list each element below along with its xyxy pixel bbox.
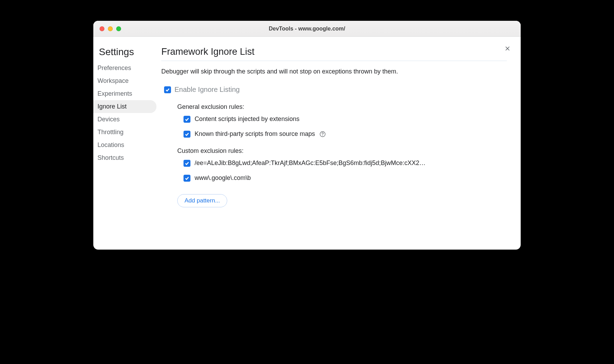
custom-rule-checkbox-1[interactable] xyxy=(184,175,190,182)
general-rule-row: Content scripts injected by extensions xyxy=(184,115,507,123)
check-icon xyxy=(165,87,170,92)
check-icon xyxy=(185,176,189,181)
general-rule-label: Content scripts injected by extensions xyxy=(195,115,299,123)
page-title: Framework Ignore List xyxy=(161,46,507,61)
svg-point-1 xyxy=(322,135,323,136)
help-icon[interactable] xyxy=(319,131,326,138)
devtools-settings-window: DevTools - www.google.com/ Settings Pref… xyxy=(93,21,521,250)
traffic-lights xyxy=(100,26,121,31)
general-rule-label: Known third-party scripts from source ma… xyxy=(195,130,315,138)
sidebar-item-workspace[interactable]: Workspace xyxy=(93,75,156,87)
close-icon xyxy=(504,45,511,52)
custom-rule-label: /ee=ALeJib:B8gLwd;AfeaP:TkrAjf;BMxAGc:E5… xyxy=(195,159,426,167)
general-section-title: General exclusion rules: xyxy=(177,103,507,111)
settings-content: Settings PreferencesWorkspaceExperiments… xyxy=(93,37,521,250)
page-description: Debugger will skip through the scripts a… xyxy=(161,68,507,75)
sidebar-item-ignore-list[interactable]: Ignore List xyxy=(93,100,156,113)
enable-ignore-listing-label: Enable Ignore Listing xyxy=(174,86,240,94)
enable-ignore-listing-checkbox[interactable] xyxy=(164,86,171,93)
custom-rule-row: www\.google\.com\b xyxy=(184,174,507,182)
sidebar-item-throttling[interactable]: Throttling xyxy=(93,126,156,139)
settings-sidebar: Settings PreferencesWorkspaceExperiments… xyxy=(93,37,159,250)
general-rule-checkbox-1[interactable] xyxy=(184,131,190,138)
check-icon xyxy=(185,161,189,166)
check-icon xyxy=(185,132,189,137)
custom-section-title: Custom exclusion rules: xyxy=(177,147,507,155)
window-close-button[interactable] xyxy=(100,26,104,31)
close-settings-button[interactable] xyxy=(503,44,512,53)
window-minimize-button[interactable] xyxy=(108,26,113,31)
window-title: DevTools - www.google.com/ xyxy=(93,26,521,32)
settings-main-panel: Framework Ignore List Debugger will skip… xyxy=(159,37,521,250)
sidebar-item-experiments[interactable]: Experiments xyxy=(93,87,156,100)
general-rule-row: Known third-party scripts from source ma… xyxy=(184,130,507,138)
sidebar-item-shortcuts[interactable]: Shortcuts xyxy=(93,151,156,164)
general-rule-checkbox-0[interactable] xyxy=(184,116,190,123)
custom-rule-label: www\.google\.com\b xyxy=(195,174,251,182)
sidebar-item-preferences[interactable]: Preferences xyxy=(93,62,156,75)
enable-ignore-listing-row: Enable Ignore Listing xyxy=(164,86,507,94)
sidebar-item-locations[interactable]: Locations xyxy=(93,139,156,151)
custom-exclusion-section: Custom exclusion rules: /ee=ALeJib:B8gLw… xyxy=(177,147,507,207)
sidebar-title: Settings xyxy=(93,46,159,62)
general-exclusion-section: General exclusion rules: Content scripts… xyxy=(177,103,507,138)
sidebar-item-devices[interactable]: Devices xyxy=(93,113,156,126)
window-zoom-button[interactable] xyxy=(116,26,121,31)
check-icon xyxy=(185,117,189,122)
custom-rule-row: /ee=ALeJib:B8gLwd;AfeaP:TkrAjf;BMxAGc:E5… xyxy=(184,159,507,167)
custom-rule-checkbox-0[interactable] xyxy=(184,160,190,167)
add-pattern-button[interactable]: Add pattern... xyxy=(177,194,227,207)
window-titlebar: DevTools - www.google.com/ xyxy=(93,21,521,37)
